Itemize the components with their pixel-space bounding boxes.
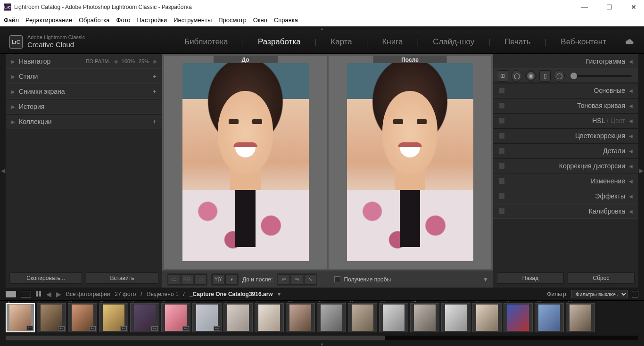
redeye-tool[interactable]: ◉	[525, 70, 537, 82]
panel-colorgrading[interactable]: Цветокоррекция ◀	[493, 128, 638, 143]
menu-photo[interactable]: Фото	[116, 16, 131, 24]
panel-navigator[interactable]: ▶ Навигатор ПО РАЗМ.◆ 100% 25%◆	[6, 54, 162, 69]
radial-tool[interactable]: ◯	[553, 70, 565, 82]
maximize-button[interactable]: ☐	[603, 2, 616, 12]
secondary-display-button[interactable]	[21, 291, 31, 297]
loupe-view-button[interactable]: ▭	[168, 274, 180, 285]
panel-styles[interactable]: ▶ Стили +	[6, 69, 162, 84]
reveal-bottom-arrow[interactable]: ▼	[0, 342, 644, 346]
panel-snapshots[interactable]: ▶ Снимки экрана +	[6, 84, 162, 99]
filter-dropdown[interactable]: Фильтры выключ..	[571, 290, 628, 298]
ref-view-a-button[interactable]: R|A	[181, 274, 193, 285]
module-map[interactable]: Карта	[329, 37, 354, 47]
module-library[interactable]: Библиотека	[182, 37, 230, 47]
filter-lock-icon[interactable]	[632, 291, 638, 297]
zoom-fit[interactable]: ПО РАЗМ.	[86, 58, 110, 65]
menu-window[interactable]: Окно	[253, 16, 267, 24]
panel-switch[interactable]	[499, 208, 504, 214]
panel-transform[interactable]: Изменение ◀	[493, 173, 638, 189]
panel-switch[interactable]	[499, 148, 504, 154]
thumbnail[interactable]: 6+−	[161, 303, 190, 332]
thumbnail[interactable]: 2+−	[37, 303, 66, 332]
primary-display-button[interactable]	[6, 291, 16, 297]
panel-switch[interactable]	[499, 163, 504, 169]
module-print[interactable]: Печать	[503, 37, 533, 47]
panel-switch[interactable]	[499, 118, 504, 124]
menu-help[interactable]: Справка	[274, 16, 298, 24]
after-pane[interactable]: После	[329, 56, 491, 269]
panel-switch[interactable]	[499, 133, 504, 139]
thumbnail[interactable]: 10	[286, 303, 315, 332]
panel-history[interactable]: ▶ История	[6, 99, 162, 114]
paste-button[interactable]: Вставить	[86, 272, 158, 284]
add-style-button[interactable]: +	[153, 73, 157, 80]
panel-lenscorrection[interactable]: Коррекция дисторсии ◀	[493, 158, 638, 173]
panel-detail[interactable]: Детали ◀	[493, 143, 638, 158]
right-edge-grip[interactable]: ▶	[638, 54, 644, 288]
before-after-tb-button[interactable]: ▾	[225, 274, 238, 285]
panel-effects[interactable]: Эффекты ◀	[493, 189, 638, 204]
zoom-100[interactable]: 100%	[122, 58, 135, 65]
softproof-checkbox[interactable]	[334, 276, 340, 282]
ref-view-b-button[interactable]: ▭	[194, 274, 206, 285]
add-collection-button[interactable]: +	[153, 118, 157, 125]
filmstrip-scrollbar[interactable]	[6, 336, 638, 340]
filmstrip[interactable]: 1+−2+−3+−4+−5+−6+−7+−8910111213141516171…	[0, 301, 644, 335]
menu-view[interactable]: Просмотр	[218, 16, 246, 24]
close-button[interactable]: ✕	[627, 2, 640, 12]
current-filename[interactable]: _Capture One Catalog3916.arw	[190, 291, 273, 297]
menu-edit[interactable]: Редактирование	[25, 16, 72, 24]
module-develop[interactable]: Разработка	[256, 37, 303, 47]
menu-file[interactable]: Файл	[4, 16, 19, 24]
panel-hsl[interactable]: HSL / Цвет ◀	[493, 113, 638, 128]
swap-button[interactable]: ⤡	[304, 274, 316, 285]
menu-tools[interactable]: Инструменты	[173, 16, 212, 24]
thumbnail[interactable]: 4+−	[99, 303, 128, 332]
heal-tool[interactable]: ◯	[511, 70, 522, 82]
add-snapshot-button[interactable]: +	[153, 88, 157, 95]
reveal-top-arrow[interactable]: ▲	[0, 26, 644, 30]
thumbnail[interactable]: 7+−	[192, 303, 222, 332]
menu-settings[interactable]: Настройки	[137, 16, 167, 24]
copy-button[interactable]: Скопировать...	[9, 272, 82, 284]
tool-slider[interactable]	[570, 75, 632, 77]
thumbnail[interactable]: 14	[410, 303, 439, 332]
cloud-sync-icon[interactable]	[625, 39, 635, 45]
thumbnail[interactable]: 8	[223, 303, 253, 332]
module-web[interactable]: Веб-контент	[559, 37, 608, 47]
before-pane[interactable]: До	[164, 56, 327, 269]
panel-switch[interactable]	[499, 88, 504, 93]
panel-collections[interactable]: ▶ Коллекции +	[6, 114, 162, 129]
thumbnail[interactable]: 3+−	[68, 303, 97, 332]
before-after-lr-button[interactable]: Y|Y	[212, 274, 224, 285]
source-label[interactable]: Все фотографии	[66, 291, 110, 297]
crop-tool[interactable]: ⊞	[497, 70, 508, 82]
module-book[interactable]: Книга	[380, 37, 405, 47]
panel-calibration[interactable]: Калибровка ◀	[493, 204, 638, 219]
thumbnail[interactable]: 1+−	[6, 303, 35, 332]
module-slideshow[interactable]: Слайд-шоу	[431, 37, 476, 47]
copy-before-button[interactable]: ⇄	[278, 274, 290, 285]
menu-develop[interactable]: Обработка	[79, 16, 110, 24]
nav-back-button[interactable]: ◀	[46, 290, 51, 298]
panel-histogram[interactable]: Гистограмма ◀	[493, 54, 638, 69]
panel-switch[interactable]	[499, 193, 504, 199]
thumbnail[interactable]: 19	[566, 303, 595, 332]
thumbnail[interactable]: 12	[348, 303, 377, 332]
grid-view-icon[interactable]	[36, 291, 41, 297]
thumbnail[interactable]: 17	[504, 303, 533, 332]
thumbnail[interactable]: 11	[317, 303, 346, 332]
copy-after-button[interactable]: ⇆	[291, 274, 303, 285]
nav-forward-button[interactable]: ▶	[56, 290, 61, 298]
zoom-25[interactable]: 25%	[139, 58, 149, 65]
thumbnail[interactable]: 15	[441, 303, 471, 332]
thumbnail[interactable]: 9	[255, 303, 284, 332]
reset-button[interactable]: Сброс	[568, 272, 635, 284]
minimize-button[interactable]: —	[578, 2, 591, 12]
thumbnail[interactable]: 16	[472, 303, 502, 332]
previous-button[interactable]: Назад	[497, 272, 564, 284]
panel-tonecurve[interactable]: Тоновая кривая ◀	[493, 98, 638, 113]
panel-basic[interactable]: Основные ◀	[493, 83, 638, 98]
toolbar-options-button[interactable]: ▼	[483, 276, 488, 283]
thumbnail[interactable]: 5+−	[130, 303, 159, 332]
